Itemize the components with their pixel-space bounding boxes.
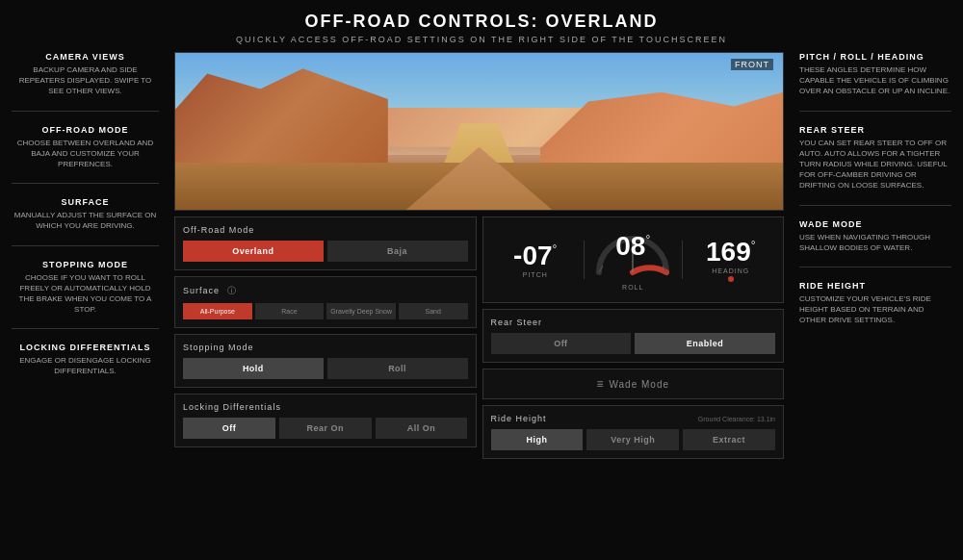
rear-steer-off-button[interactable]: Off [491, 333, 632, 354]
rsidebar-desc-ride-height: CUSTOMIZE YOUR VEHICLE'S RIDE HEIGHT BAS… [799, 293, 951, 326]
surface-all-purpose-button[interactable]: All-Purpose [183, 303, 252, 319]
sidebar-section-title-surface: SURFACE [12, 197, 159, 207]
wade-mode-icon: ≡ [596, 377, 603, 391]
surface-info-icon: ⓘ [227, 286, 237, 295]
pitch-value: -07 [513, 242, 552, 269]
rsidebar-section-ride-height: RIDE HEIGHT CUSTOMIZE YOUR VEHICLE'S RID… [799, 281, 951, 326]
diff-all-on-button[interactable]: All On [376, 418, 468, 439]
surface-sand-button[interactable]: Sand [399, 303, 468, 319]
sidebar-section-title-locking: LOCKING DIFFERENTIALS [12, 343, 159, 352]
rsidebar-title-pitch: PITCH / ROLL / HEADING [799, 52, 951, 62]
pitch-label: PITCH [523, 271, 548, 278]
pitch-gauge: -07 ° PITCH [491, 242, 581, 278]
sidebar-section-title-offroad: OFF-ROAD MODE [12, 125, 159, 135]
rear-steer-enabled-button[interactable]: Enabled [635, 333, 775, 354]
baja-button[interactable]: Baja [327, 241, 468, 262]
diff-off-button[interactable]: Off [183, 418, 275, 439]
sidebar-section-locking-diff: LOCKING DIFFERENTIALS ENGAGE OR DISENGAG… [12, 343, 159, 376]
heading-label: HEADING [712, 267, 749, 274]
roll-button[interactable]: Roll [327, 358, 468, 379]
rsidebar-title-ride-height: RIDE HEIGHT [799, 281, 951, 291]
surface-panel: Surface ⓘ All-Purpose Race Gravelly Deep… [174, 276, 477, 328]
sidebar-section-offroad-mode: OFF-ROAD MODE CHOOSE BETWEEN OVERLAND AN… [12, 125, 159, 170]
rsidebar-desc-pitch: THESE ANGLES DETERMINE HOW CAPABLE THE V… [799, 64, 951, 97]
pitch-unit: ° [553, 242, 558, 256]
sidebar-section-title-stopping: STOPPING MODE [12, 260, 159, 269]
ground-clearance-label: Ground Clearance: 13.1in [698, 416, 775, 422]
ride-height-extract-button[interactable]: Extract [683, 429, 775, 450]
rsidebar-title-rear-steer: REAR STEER [799, 125, 951, 135]
left-sidebar: CAMERA VIEWS BACKUP CAMERA AND SIDE REPE… [0, 52, 169, 556]
center-content: FRONT Off-Road Mode Overland Baja Surfac… [169, 52, 790, 556]
surface-race-button[interactable]: Race [255, 303, 325, 319]
roll-arc-gauge: 08 ° ROLL [588, 229, 678, 291]
wade-mode-label: Wade Mode [609, 379, 669, 390]
rsidebar-section-wade: WADE MODE USE WHEN NAVIGATING THROUGH SH… [799, 219, 951, 253]
sidebar-section-desc-surface: MANUALLY ADJUST THE SURFACE ON WHICH YOU… [12, 210, 159, 231]
rsidebar-section-rear-steer: REAR STEER YOU CAN SET REAR STEER TO OFF… [799, 125, 951, 191]
rsidebar-desc-rear-steer: YOU CAN SET REAR STEER TO OFF OR AUTO. A… [799, 138, 951, 191]
diff-rear-on-button[interactable]: Rear On [279, 418, 372, 439]
locking-diff-panel: Locking Differentials Off Rear On All On [174, 394, 477, 447]
rsidebar-title-wade: WADE MODE [799, 219, 951, 229]
sidebar-section-desc-offroad: CHOOSE BETWEEN OVERLAND AND BAJA AND CUS… [12, 138, 159, 170]
locking-diff-title: Locking Differentials [183, 402, 468, 412]
sidebar-section-stopping-mode: STOPPING MODE CHOOSE IF YOU WANT TO ROLL… [12, 260, 159, 316]
sidebar-section-desc-stopping: CHOOSE IF YOU WANT TO ROLL FREELY OR AUT… [12, 272, 159, 316]
camera-view: FRONT [174, 52, 784, 211]
rear-steer-title: Rear Steer [491, 318, 776, 327]
sidebar-section-desc-camera: BACKUP CAMERA AND SIDE REPEATERS DISPLAY… [12, 64, 159, 97]
hold-button[interactable]: Hold [183, 358, 324, 379]
roll-unit: ° [645, 233, 650, 246]
gauge-panel: -07 ° PITCH [482, 216, 785, 303]
heading-gauge: 169 ° HEADING [687, 239, 776, 282]
divider-2 [12, 183, 159, 184]
stopping-mode-title: Stopping Mode [183, 343, 468, 352]
sidebar-section-surface: SURFACE MANUALLY ADJUST THE SURFACE ON W… [12, 197, 159, 231]
roll-label: ROLL [622, 284, 643, 291]
page-title: OFF-ROAD CONTROLS: OVERLAND [0, 0, 963, 32]
divider-4 [12, 328, 159, 329]
right-sidebar: PITCH / ROLL / HEADING THESE ANGLES DETE… [790, 52, 963, 556]
wade-mode-panel[interactable]: ≡ Wade Mode [482, 369, 785, 399]
ride-height-high-button[interactable]: High [491, 429, 584, 450]
ride-height-title: Ride Height [491, 414, 547, 423]
rdivider-1 [799, 111, 951, 112]
rear-steer-panel: Rear Steer Off Enabled [482, 309, 785, 363]
rdivider-2 [799, 205, 951, 206]
divider-3 [12, 245, 159, 246]
rsidebar-section-pitch: PITCH / ROLL / HEADING THESE ANGLES DETE… [799, 52, 951, 97]
camera-view-label: FRONT [731, 59, 773, 70]
heading-value: 169 [706, 239, 751, 266]
stopping-mode-panel: Stopping Mode Hold Roll [174, 334, 477, 388]
rdivider-3 [799, 267, 951, 267]
heading-unit: ° [751, 239, 756, 252]
rsidebar-desc-wade: USE WHEN NAVIGATING THROUGH SHALLOW BODI… [799, 232, 951, 253]
ride-height-panel: Ride Height Ground Clearance: 13.1in Hig… [482, 405, 785, 459]
overland-button[interactable]: Overland [183, 241, 324, 262]
page-subtitle: QUICKLY ACCESS OFF-ROAD SETTINGS ON THE … [0, 35, 963, 44]
roll-value: 08 [615, 233, 645, 260]
sidebar-section-camera-views: CAMERA VIEWS BACKUP CAMERA AND SIDE REPE… [12, 52, 159, 97]
surface-gravelly-button[interactable]: Gravelly Deep Snow [326, 303, 396, 319]
ride-height-very-high-button[interactable]: Very High [586, 429, 679, 450]
surface-title: Surface ⓘ [183, 285, 468, 297]
off-road-mode-title: Off-Road Mode [183, 225, 468, 235]
divider-1 [12, 111, 159, 112]
off-road-mode-panel: Off-Road Mode Overland Baja [174, 216, 477, 270]
sidebar-section-desc-locking: ENGAGE OR DISENGAGE LOCKING DIFFERENTIAL… [12, 355, 159, 376]
sidebar-section-title-camera: CAMERA VIEWS [12, 52, 159, 62]
